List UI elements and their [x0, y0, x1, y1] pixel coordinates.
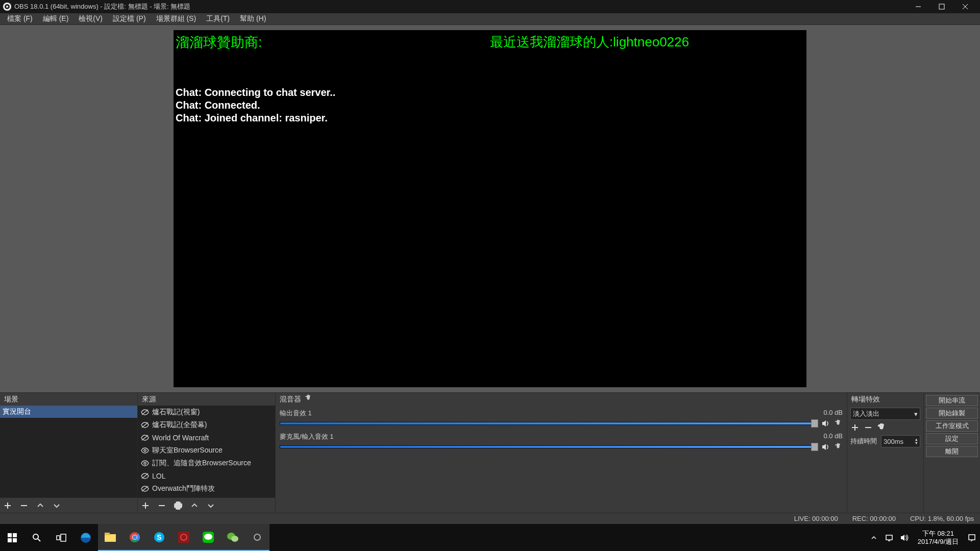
tray-network-icon[interactable]: [883, 524, 895, 551]
controls-panel: 開始串流 開始錄製 工作室模式 設定 離開: [924, 393, 980, 513]
svg-rect-39: [105, 534, 116, 542]
status-live: LIVE: 00:00:00: [794, 515, 838, 522]
add-scene-button[interactable]: [3, 501, 12, 510]
remove-scene-button[interactable]: [19, 501, 29, 510]
start-recording-button[interactable]: 開始錄製: [926, 408, 978, 419]
scenes-toolbar: [0, 497, 137, 513]
remove-transition-button[interactable]: [864, 423, 873, 432]
start-button[interactable]: [0, 524, 24, 551]
svg-point-53: [231, 536, 238, 542]
notifications-icon[interactable]: [966, 524, 978, 551]
overlay-sponsor: 溜溜球贊助商:: [176, 33, 262, 52]
search-button[interactable]: [24, 524, 49, 551]
source-item[interactable]: 爐石戰記(視窗): [138, 406, 275, 418]
scene-item[interactable]: 實況開台: [0, 406, 137, 418]
source-up-button[interactable]: [190, 501, 199, 510]
explorer-icon[interactable]: [98, 524, 122, 551]
svg-rect-48: [178, 532, 189, 543]
duration-label: 持續時間: [850, 437, 877, 446]
source-item[interactable]: Overwatch鬥陣特攻: [138, 482, 275, 495]
edge-icon[interactable]: [74, 524, 98, 551]
source-item[interactable]: World Of Warcraft: [138, 431, 275, 444]
scenes-list[interactable]: 實況開台: [0, 406, 137, 497]
speaker-icon[interactable]: [821, 442, 830, 452]
settings-button[interactable]: 設定: [926, 433, 978, 444]
menu-scene-collection[interactable]: 場景群組 (S): [151, 13, 202, 24]
docks: 場景 實況開台 來源 爐石戰記(視窗)爐石戰記(全螢幕)World Of War…: [0, 392, 980, 513]
source-item[interactable]: LOL: [138, 469, 275, 482]
sources-header: 來源: [138, 393, 275, 406]
minimize-button[interactable]: [906, 0, 930, 13]
exit-button[interactable]: 離開: [926, 446, 978, 457]
mixer-channel: 麥克風/輸入音效 10.0 dB: [280, 431, 843, 452]
menubar: 檔案 (F) 編輯 (E) 檢視(V) 設定檔 (P) 場景群組 (S) 工具(…: [0, 13, 980, 25]
transition-properties-button[interactable]: [877, 423, 886, 432]
taskbar-clock[interactable]: 下午 08:21 2017/4/9/週日: [914, 530, 963, 545]
scene-down-button[interactable]: [52, 501, 61, 510]
source-label: World Of Warcraft: [152, 434, 209, 442]
close-button[interactable]: [953, 0, 977, 13]
svg-point-51: [204, 534, 212, 540]
source-down-button[interactable]: [206, 501, 215, 510]
studio-mode-button[interactable]: 工作室模式: [926, 420, 978, 432]
sources-list[interactable]: 爐石戰記(視窗)爐石戰記(全螢幕)World Of Warcraft聊天室Bro…: [138, 406, 275, 497]
spinner-arrows: ▴▾: [915, 438, 918, 445]
source-item[interactable]: 聊天室BrowserSource: [138, 444, 275, 457]
svg-marker-58: [901, 535, 904, 541]
eye-hidden-icon[interactable]: [141, 485, 149, 493]
source-item[interactable]: 爐石戰記(全螢幕): [138, 418, 275, 431]
volume-slider[interactable]: [811, 443, 818, 451]
menu-file[interactable]: 檔案 (F): [2, 13, 38, 24]
source-properties-button[interactable]: [174, 501, 183, 510]
controls-body: 開始串流 開始錄製 工作室模式 設定 離開: [924, 393, 980, 513]
skype-icon[interactable]: S: [147, 524, 172, 551]
menu-edit[interactable]: 編輯 (E): [38, 13, 74, 24]
speaker-icon[interactable]: [821, 419, 830, 428]
eye-visible-icon[interactable]: [141, 446, 149, 455]
line-icon[interactable]: [196, 524, 220, 551]
chat-line: Chat: Joined channel: rasniper.: [176, 112, 335, 124]
eye-hidden-icon[interactable]: [141, 408, 149, 416]
taskbar-date: 2017/4/9/週日: [918, 538, 959, 546]
tray-volume-icon[interactable]: [898, 524, 911, 551]
channel-settings-icon[interactable]: [834, 419, 843, 428]
svg-rect-3: [939, 4, 944, 9]
obs-taskbar-icon[interactable]: [245, 524, 270, 551]
add-transition-button[interactable]: [850, 423, 860, 432]
duration-spinner[interactable]: 300ms ▴▾: [881, 435, 920, 447]
source-item[interactable]: 訂閱、追隨音效BrowserSource: [138, 457, 275, 469]
menu-view[interactable]: 檢視(V): [74, 13, 108, 24]
svg-rect-36: [57, 536, 60, 540]
mixer-header: 混音器: [276, 393, 847, 406]
svg-point-34: [33, 534, 38, 539]
transitions-header: 轉場特效: [847, 393, 923, 406]
preview-canvas[interactable]: 溜溜球贊助商: 最近送我溜溜球的人:lightneo0226 Chat: Con…: [174, 30, 806, 387]
transition-select[interactable]: 淡入淡出 ▾: [850, 408, 920, 420]
maximize-button[interactable]: [930, 0, 953, 13]
menu-help[interactable]: 幫助 (H): [235, 13, 271, 24]
menu-profile[interactable]: 設定檔 (P): [108, 13, 151, 24]
scenes-header: 場景: [0, 393, 137, 406]
eye-hidden-icon[interactable]: [141, 472, 149, 480]
eye-hidden-icon[interactable]: [141, 421, 149, 429]
add-source-button[interactable]: [141, 501, 150, 510]
duration-value: 300ms: [884, 438, 903, 445]
channel-settings-icon[interactable]: [834, 442, 843, 452]
menu-tools[interactable]: 工具(T): [201, 13, 235, 24]
wechat-icon[interactable]: [220, 524, 245, 551]
remove-source-button[interactable]: [157, 501, 166, 510]
eye-hidden-icon[interactable]: [141, 434, 149, 442]
volume-slider[interactable]: [811, 419, 818, 428]
tray-chevron-icon[interactable]: [868, 524, 880, 551]
start-streaming-button[interactable]: 開始串流: [926, 395, 978, 406]
svg-rect-30: [8, 533, 12, 537]
chrome-icon[interactable]: [122, 524, 147, 551]
mixer-settings-icon[interactable]: [304, 394, 312, 404]
task-view-button[interactable]: [49, 524, 74, 551]
svg-line-35: [38, 539, 40, 541]
eye-visible-icon[interactable]: [141, 459, 149, 467]
obs-icon: [3, 3, 11, 11]
svg-point-45: [133, 535, 137, 539]
scene-up-button[interactable]: [36, 501, 45, 510]
app-red-icon[interactable]: [172, 524, 196, 551]
